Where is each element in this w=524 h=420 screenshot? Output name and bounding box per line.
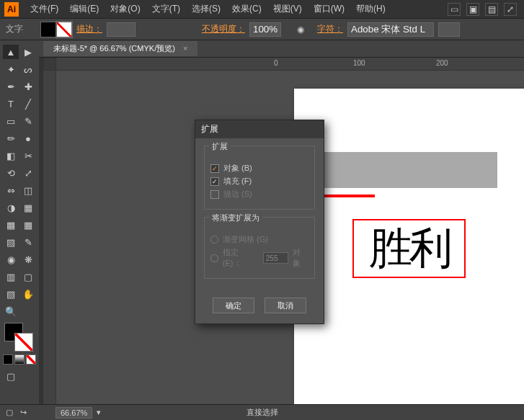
checkbox-object[interactable] [210, 164, 219, 173]
workspace-icon-3[interactable]: ▤ [485, 3, 498, 16]
paintbrush-tool[interactable]: ✎ [20, 114, 36, 128]
stroke-swatch[interactable] [56, 22, 72, 37]
cancel-button[interactable]: 取消 [265, 298, 306, 313]
draw-behind-icon[interactable] [14, 354, 25, 365]
checkbox-fill[interactable] [210, 177, 219, 186]
perspective-grid-tool[interactable]: ▩ [3, 218, 19, 232]
menu-bar: Ai 文件(F) 编辑(E) 对象(O) 文字(T) 选择(S) 效果(C) 视… [0, 0, 524, 19]
tab-close-icon[interactable]: × [183, 44, 187, 53]
tool-panel: ▲▶ ✦ᔕ ✒✚ T╱ ▭✎ ✏● ◧✂ ⟲⤢ ⇔◫ ◑▦ ▩▦ ▨✎ ◉❋ ▥… [0, 40, 39, 420]
scissors-tool[interactable]: ✂ [20, 148, 36, 163]
menu-edit[interactable]: 编辑(E) [64, 0, 105, 18]
gray-rectangle-object[interactable] [310, 152, 497, 188]
live-paint-tool[interactable]: ▦ [20, 200, 36, 215]
fill-stroke-control[interactable] [3, 323, 36, 352]
draw-normal-icon[interactable] [3, 354, 13, 365]
lasso-tool[interactable]: ᔕ [20, 62, 36, 76]
ruler-origin[interactable] [43, 58, 56, 71]
magic-wand-tool[interactable]: ✦ [3, 62, 19, 76]
expand-group-label: 扩展 [209, 141, 231, 152]
ruler-vertical [43, 71, 56, 404]
menu-effect[interactable]: 效果(C) [226, 0, 267, 18]
hand-tool[interactable]: ✋ [20, 287, 36, 301]
workspace-icon-4[interactable]: ⤢ [504, 3, 517, 16]
menu-window[interactable]: 窗口(W) [308, 0, 350, 18]
free-transform-tool[interactable]: ◫ [20, 183, 36, 197]
rotate-tool[interactable]: ⟲ [3, 166, 19, 180]
workspace-icon-1[interactable]: ▭ [448, 3, 461, 16]
zoom-dropdown-icon[interactable]: ▾ [97, 408, 101, 417]
pen-tool[interactable]: ✒ [3, 79, 19, 94]
workspace-icon-2[interactable]: ▣ [466, 3, 479, 16]
selection-tool[interactable]: ▲ [3, 45, 19, 59]
checkbox-object-label: 对象 (B) [223, 163, 252, 174]
font-family-input[interactable] [347, 22, 434, 37]
blend-tool[interactable]: ◉ [3, 252, 19, 267]
print-tiling-tool[interactable] [20, 304, 36, 318]
mesh-tool[interactable]: ▦ [20, 218, 36, 232]
gradient-group: 将渐变扩展为 渐变网格 (G) 指定 (E)： 255 对象 [204, 217, 315, 279]
eyedropper-tool[interactable]: ✎ [20, 235, 36, 249]
scale-tool[interactable]: ⤢ [20, 166, 36, 180]
font-style-input[interactable] [438, 22, 460, 37]
character-label-link[interactable]: 字符： [317, 23, 343, 35]
screen-mode-icon[interactable]: ▢ [3, 369, 19, 383]
symbol-sprayer-tool[interactable]: ❋ [20, 252, 36, 267]
radio-gradient-mesh [210, 236, 218, 243]
menu-view[interactable]: 视图(V) [267, 0, 308, 18]
document-tab[interactable]: 未标题-5* @ 66.67% (CMYK/预览) × [43, 41, 197, 56]
stroke-label-link[interactable]: 描边： [76, 23, 102, 35]
stroke-weight-input[interactable] [107, 22, 136, 37]
menu-help[interactable]: 帮助(H) [350, 0, 391, 18]
opacity-input[interactable] [249, 22, 281, 37]
menu-object[interactable]: 对象(O) [105, 0, 146, 18]
fill-swatch[interactable] [40, 22, 56, 37]
export-icon[interactable]: ↪ [20, 408, 27, 417]
pencil-tool[interactable]: ✏ [3, 131, 19, 146]
text-content: 胜利 [369, 220, 450, 278]
document-tab-bar: 未标题-5* @ 66.67% (CMYK/预览) × [0, 40, 524, 58]
menu-text[interactable]: 文字(T) [146, 0, 186, 18]
dialog-title: 扩展 [195, 120, 324, 138]
gradient-group-label: 将渐变扩展为 [209, 213, 262, 223]
tool-mode-label: 文字 [6, 23, 23, 35]
radio-specify-label-pre: 指定 (E)： [223, 247, 259, 269]
ok-button[interactable]: 确定 [213, 298, 254, 313]
ruler-horizontal: 0 100 200 [43, 58, 524, 71]
direct-selection-tool[interactable]: ▶ [20, 45, 36, 59]
add-anchor-tool[interactable]: ✚ [20, 79, 36, 94]
zoom-level[interactable]: 66.67% [55, 407, 92, 419]
specify-count-input: 255 [263, 252, 289, 264]
blob-brush-tool[interactable]: ● [20, 131, 36, 146]
radio-gradient-mesh-label: 渐变网格 (G) [223, 234, 268, 245]
menu-select[interactable]: 选择(S) [186, 0, 226, 18]
eraser-tool[interactable]: ◧ [3, 148, 19, 163]
fill-stroke-swatches[interactable] [40, 22, 72, 37]
gradient-tool[interactable]: ▨ [3, 235, 19, 249]
column-graph-tool[interactable]: ▥ [3, 269, 19, 284]
opacity-label-link[interactable]: 不透明度： [202, 23, 245, 35]
width-tool[interactable]: ⇔ [3, 183, 19, 197]
document-tab-title: 未标题-5* @ 66.67% (CMYK/预览) [53, 44, 175, 53]
expand-dialog: 扩展 扩展 对象 (B) 填充 (F) 描边 (S) 将渐变扩展为 渐变网格 (… [195, 120, 324, 324]
line-tool[interactable]: ╱ [20, 97, 36, 111]
radio-specify [210, 254, 218, 262]
recolor-icon[interactable]: ◉ [297, 24, 304, 35]
menu-file[interactable]: 文件(F) [25, 0, 64, 18]
zoom-tool[interactable]: 🔍 [3, 304, 19, 318]
text-frame[interactable]: 胜利 [353, 220, 465, 277]
rectangle-tool[interactable]: ▭ [3, 114, 19, 128]
shape-builder-tool[interactable]: ◑ [3, 200, 19, 215]
checkbox-fill-label: 填充 (F) [223, 176, 252, 187]
artboard-tool[interactable]: ▢ [20, 269, 36, 284]
slice-tool[interactable]: ▧ [3, 287, 19, 301]
draw-inside-icon[interactable] [26, 354, 36, 365]
annotation-arrow [317, 195, 375, 197]
type-tool[interactable]: T [3, 97, 19, 111]
background-color[interactable] [14, 333, 33, 352]
artboard-nav-icon[interactable]: ▢ [6, 408, 13, 417]
status-bar: ▢ ↪ 66.67% ▾ 直接选择 [0, 404, 524, 420]
options-bar: 文字 描边： 不透明度： ◉ 字符： [0, 19, 524, 40]
ruler-mark: 0 [274, 59, 278, 67]
ruler-mark: 200 [436, 59, 448, 67]
